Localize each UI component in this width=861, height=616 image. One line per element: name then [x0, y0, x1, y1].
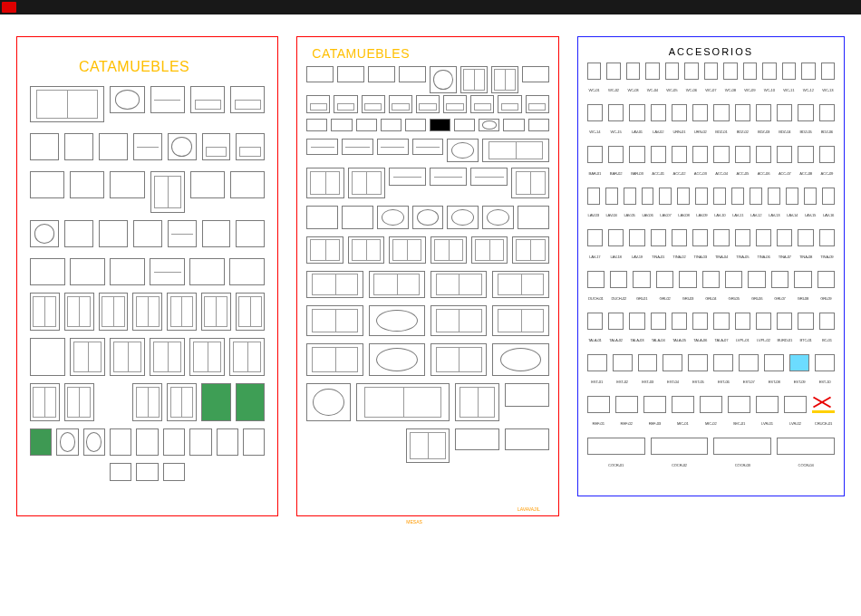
acc-duch-01[interactable]: DUCH-01 — [585, 271, 606, 294]
acc-est-03[interactable]: EST-03 — [636, 354, 660, 378]
block-dining-10[interactable] — [306, 271, 363, 298]
block-bed-green[interactable] — [236, 383, 266, 421]
acc-cocr-03[interactable]: COCR-03 — [711, 438, 773, 461]
acc-est-02[interactable]: EST-02 — [611, 354, 634, 378]
acc-ref-01[interactable]: REF-01 — [585, 396, 612, 419]
block-small[interactable] — [110, 463, 131, 481]
block-cabinet[interactable] — [64, 220, 93, 247]
block-dining-round-8[interactable] — [482, 206, 514, 229]
block-bed-double[interactable] — [70, 338, 105, 376]
acc-est-04[interactable]: EST-04 — [661, 354, 684, 378]
block-sofa-3[interactable] — [377, 139, 409, 155]
acc-lav-18[interactable]: LAV-18 — [606, 229, 625, 253]
block-table-round-8[interactable] — [430, 66, 457, 93]
block-conference-14[interactable] — [430, 343, 487, 376]
block-module[interactable] — [528, 119, 549, 131]
acc-gri-06[interactable]: GRI-06 — [746, 271, 767, 294]
block-lamp[interactable] — [189, 428, 211, 456]
block-bed-double[interactable] — [30, 383, 60, 421]
acc-tina-03[interactable]: TINA-03 — [691, 229, 710, 253]
block-piano[interactable] — [56, 428, 78, 456]
block-desk[interactable] — [230, 171, 265, 198]
block-dining-6[interactable] — [518, 206, 549, 229]
acc-wc-11[interactable]: WC-11 — [780, 63, 798, 86]
acc-bar-01[interactable]: BAR-01 — [585, 146, 605, 169]
block-bed-double[interactable] — [64, 383, 94, 421]
acc-wc-04[interactable]: WC-04 — [643, 63, 661, 86]
block-dining-12[interactable] — [306, 305, 363, 336]
block-dining-6[interactable] — [306, 236, 343, 264]
acc-lav-19[interactable]: LAV-19 — [627, 229, 646, 253]
block-small[interactable] — [136, 463, 158, 481]
acc-gri-07[interactable]: GRI-07 — [769, 271, 790, 294]
acc-bdz-06[interactable]: BDZ-06 — [817, 104, 837, 128]
block-bed-green[interactable] — [30, 428, 52, 456]
acc-wc-13[interactable]: WC-13 — [819, 63, 837, 86]
block-headboard[interactable] — [150, 258, 185, 285]
block-range[interactable] — [505, 383, 549, 407]
acc-wc-10[interactable]: WC-10 — [760, 63, 778, 86]
acc-wc-12[interactable]: WC-12 — [799, 63, 817, 86]
block-sectional-u[interactable] — [348, 168, 385, 198]
block-dining-round[interactable] — [377, 206, 409, 229]
block-armchair[interactable] — [306, 95, 330, 113]
block-armchair[interactable] — [334, 95, 357, 113]
block-chair[interactable] — [399, 66, 426, 82]
acc-wc-15[interactable]: WC-15 — [606, 104, 625, 128]
block-cabinet[interactable] — [202, 220, 231, 247]
acc-bdz-03[interactable]: BDZ-03 — [754, 104, 773, 128]
acc-lav-01[interactable]: LAV-01 — [627, 104, 646, 128]
block-dining-round[interactable] — [412, 206, 444, 229]
acc-bdz-04[interactable]: BDZ-04 — [775, 104, 794, 128]
block-desk[interactable] — [64, 133, 93, 160]
block-armchair[interactable] — [498, 95, 521, 113]
block-wardrobe[interactable] — [30, 258, 65, 285]
block-armchair[interactable] — [443, 95, 467, 113]
acc-tina-02[interactable]: TINA-02 — [670, 229, 689, 253]
acc-lav-16[interactable]: LAV-16 — [820, 188, 837, 211]
acc-tala-03[interactable]: TALA-03 — [627, 313, 646, 336]
block-desk[interactable] — [99, 133, 128, 160]
block-living-set[interactable] — [482, 139, 549, 162]
block-bed-single[interactable] — [30, 293, 60, 331]
block-vase[interactable] — [163, 428, 185, 456]
acc-lav-14[interactable]: LAV-14 — [784, 188, 800, 211]
block-cabinet[interactable] — [30, 171, 64, 198]
block-cabinet[interactable] — [133, 220, 162, 247]
block-sofa-3[interactable] — [306, 139, 338, 155]
block-coffee-round[interactable] — [479, 119, 499, 131]
acc-lav-05[interactable]: LAV-05 — [622, 188, 638, 211]
acc-cocr-02[interactable]: COCR-02 — [649, 438, 711, 461]
block-loveseat[interactable] — [236, 133, 265, 160]
block-module[interactable] — [356, 119, 377, 131]
acc-mic-01[interactable]: MIC-01 — [670, 396, 696, 419]
block-dining-12[interactable] — [430, 305, 487, 336]
acc-acc-08[interactable]: ACC-08 — [796, 146, 815, 169]
block-armchair[interactable] — [470, 95, 494, 113]
block-solid[interactable] — [430, 119, 450, 131]
acc-gri-05[interactable]: GRI-05 — [723, 271, 744, 294]
acc-wc-05[interactable]: WC-05 — [663, 63, 681, 86]
acc-tala-04[interactable]: TALA-04 — [649, 313, 668, 336]
block-desk[interactable] — [110, 171, 144, 198]
acc-lav-08[interactable]: LAV-08 — [675, 188, 692, 211]
block-table-round[interactable] — [110, 86, 144, 113]
acc-cocr-01[interactable]: COCR-01 — [585, 438, 647, 461]
acc-lvr-02[interactable]: LVR-02 — [782, 396, 808, 419]
acc-acc-07[interactable]: ACC-07 — [775, 146, 794, 169]
block-clock[interactable] — [30, 220, 59, 247]
block-bed-double[interactable] — [229, 338, 265, 376]
block-cabinet[interactable] — [99, 220, 128, 247]
block-bed-double[interactable] — [110, 338, 145, 376]
block-bed-single[interactable] — [64, 293, 94, 331]
block-module[interactable] — [306, 119, 327, 131]
block-sofa[interactable] — [430, 168, 467, 186]
acc-acc-06[interactable]: ACC-06 — [754, 146, 773, 169]
block-cabinet[interactable] — [236, 220, 265, 247]
block-stove[interactable] — [505, 428, 549, 450]
block-bed-double[interactable] — [167, 383, 197, 421]
block-dining-10[interactable] — [492, 271, 548, 298]
acc-wc-02[interactable]: WC-02 — [605, 63, 622, 86]
acc-est-07[interactable]: EST-07 — [737, 354, 760, 378]
block-bed-double[interactable] — [150, 338, 185, 376]
